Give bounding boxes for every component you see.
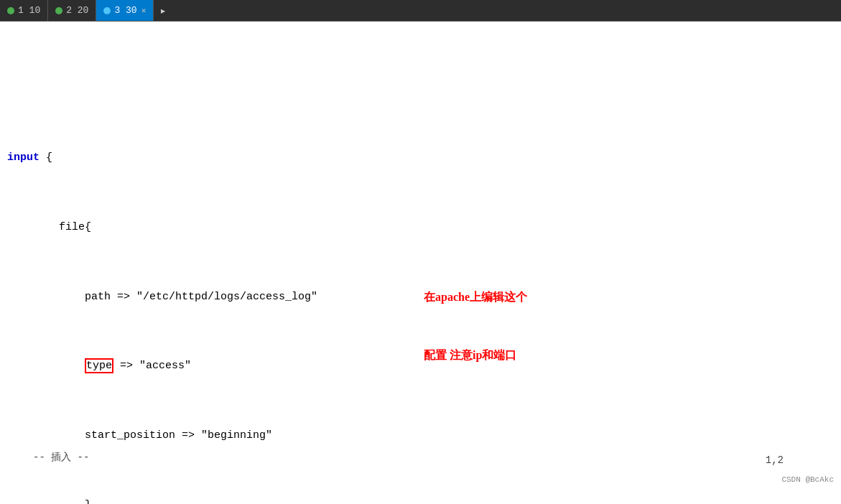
page-indicator-area: 1,2 (740, 435, 784, 487)
code-line-4: type => "access" (0, 358, 841, 375)
code-line-6: } (0, 497, 841, 504)
code-line-1: input { (0, 149, 841, 167)
tab-1-label: 1 10 (18, 5, 40, 16)
tab-1[interactable]: 1 10 (0, 0, 48, 21)
tab-1-dot (7, 7, 14, 14)
tab-3-dot (103, 7, 111, 14)
tab-3[interactable]: 3 30 ✕ (96, 0, 154, 21)
code-editor[interactable]: 在apache上编辑这个 配置 注意ip和端口 input { file{ pa… (0, 22, 841, 504)
code-text-4: type => "access" (7, 358, 191, 375)
tab-2-label: 2 20 (66, 5, 88, 16)
code-line-2: file{ (0, 219, 841, 237)
annotation-text: 在apache上编辑这个 配置 注意ip和端口 (424, 251, 527, 401)
page-indicator: 1,2 (766, 454, 784, 466)
code-text-2: file{ (7, 219, 91, 237)
watermark: CSDN @BcAkc (781, 474, 834, 487)
insert-row: -- 插入 -- (0, 429, 96, 487)
code-text-1: input { (7, 149, 52, 167)
code-text-6: } (7, 497, 91, 504)
tab-more-button[interactable]: ▸ (154, 4, 172, 18)
tab-3-label: 3 30 (114, 5, 136, 16)
tab-2-dot (55, 7, 62, 14)
code-line-3: path => "/etc/httpd/logs/access_log" (0, 289, 841, 307)
insert-label: -- 插入 -- (33, 452, 89, 463)
tab-2[interactable]: 2 20 (48, 0, 96, 21)
tab-3-close[interactable]: ✕ (141, 6, 147, 15)
code-text-3: path => "/etc/httpd/logs/access_log" (7, 289, 317, 307)
tab-bar: 1 10 2 20 3 30 ✕ ▸ (0, 0, 841, 22)
code-line-5: start_position => "beginning" (0, 427, 841, 445)
